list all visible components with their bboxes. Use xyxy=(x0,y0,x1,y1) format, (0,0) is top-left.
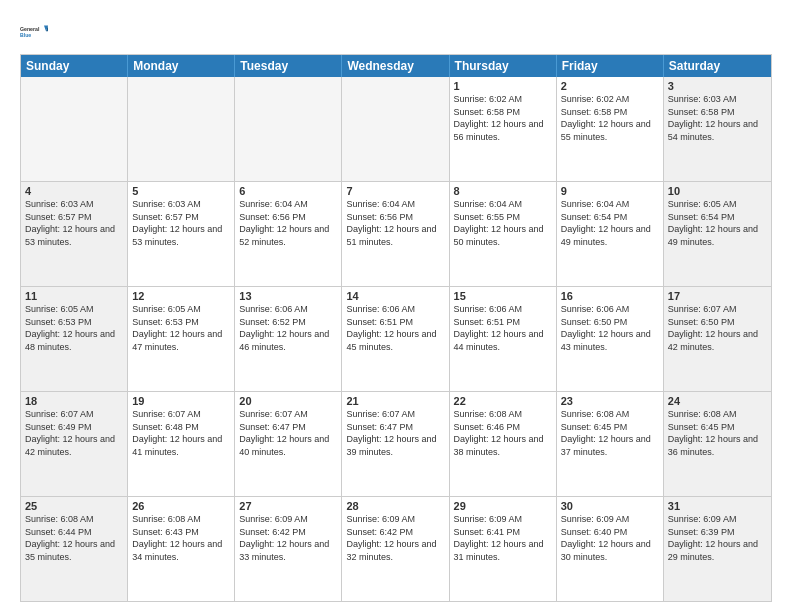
day-number: 16 xyxy=(561,290,659,302)
day-number: 9 xyxy=(561,185,659,197)
day-number: 14 xyxy=(346,290,444,302)
day-cell-11: 11Sunrise: 6:05 AMSunset: 6:53 PMDayligh… xyxy=(21,287,128,391)
day-number: 22 xyxy=(454,395,552,407)
day-number: 24 xyxy=(668,395,767,407)
cell-info: Sunrise: 6:04 AMSunset: 6:56 PMDaylight:… xyxy=(239,198,337,248)
day-number: 26 xyxy=(132,500,230,512)
day-header-tuesday: Tuesday xyxy=(235,55,342,77)
cell-info: Sunrise: 6:06 AMSunset: 6:51 PMDaylight:… xyxy=(454,303,552,353)
cell-info: Sunrise: 6:07 AMSunset: 6:47 PMDaylight:… xyxy=(239,408,337,458)
day-number: 8 xyxy=(454,185,552,197)
cell-info: Sunrise: 6:03 AMSunset: 6:58 PMDaylight:… xyxy=(668,93,767,143)
svg-text:Blue: Blue xyxy=(20,32,31,38)
cell-info: Sunrise: 6:07 AMSunset: 6:50 PMDaylight:… xyxy=(668,303,767,353)
day-cell-18: 18Sunrise: 6:07 AMSunset: 6:49 PMDayligh… xyxy=(21,392,128,496)
calendar: SundayMondayTuesdayWednesdayThursdayFrid… xyxy=(20,54,772,602)
svg-text:General: General xyxy=(20,26,40,32)
day-number: 13 xyxy=(239,290,337,302)
day-number: 20 xyxy=(239,395,337,407)
day-header-monday: Monday xyxy=(128,55,235,77)
calendar-row-1: 4Sunrise: 6:03 AMSunset: 6:57 PMDaylight… xyxy=(21,181,771,286)
cell-info: Sunrise: 6:08 AMSunset: 6:46 PMDaylight:… xyxy=(454,408,552,458)
day-cell-20: 20Sunrise: 6:07 AMSunset: 6:47 PMDayligh… xyxy=(235,392,342,496)
day-number: 7 xyxy=(346,185,444,197)
day-cell-10: 10Sunrise: 6:05 AMSunset: 6:54 PMDayligh… xyxy=(664,182,771,286)
day-cell-19: 19Sunrise: 6:07 AMSunset: 6:48 PMDayligh… xyxy=(128,392,235,496)
calendar-row-4: 25Sunrise: 6:08 AMSunset: 6:44 PMDayligh… xyxy=(21,496,771,601)
cell-info: Sunrise: 6:09 AMSunset: 6:39 PMDaylight:… xyxy=(668,513,767,563)
day-cell-25: 25Sunrise: 6:08 AMSunset: 6:44 PMDayligh… xyxy=(21,497,128,601)
cell-info: Sunrise: 6:05 AMSunset: 6:53 PMDaylight:… xyxy=(132,303,230,353)
calendar-row-2: 11Sunrise: 6:05 AMSunset: 6:53 PMDayligh… xyxy=(21,286,771,391)
day-number: 28 xyxy=(346,500,444,512)
day-header-thursday: Thursday xyxy=(450,55,557,77)
day-cell-30: 30Sunrise: 6:09 AMSunset: 6:40 PMDayligh… xyxy=(557,497,664,601)
day-number: 1 xyxy=(454,80,552,92)
day-cell-5: 5Sunrise: 6:03 AMSunset: 6:57 PMDaylight… xyxy=(128,182,235,286)
day-cell-31: 31Sunrise: 6:09 AMSunset: 6:39 PMDayligh… xyxy=(664,497,771,601)
day-cell-22: 22Sunrise: 6:08 AMSunset: 6:46 PMDayligh… xyxy=(450,392,557,496)
day-cell-29: 29Sunrise: 6:09 AMSunset: 6:41 PMDayligh… xyxy=(450,497,557,601)
cell-info: Sunrise: 6:05 AMSunset: 6:54 PMDaylight:… xyxy=(668,198,767,248)
day-cell-24: 24Sunrise: 6:08 AMSunset: 6:45 PMDayligh… xyxy=(664,392,771,496)
cell-info: Sunrise: 6:08 AMSunset: 6:45 PMDaylight:… xyxy=(561,408,659,458)
day-cell-3: 3Sunrise: 6:03 AMSunset: 6:58 PMDaylight… xyxy=(664,77,771,181)
cell-info: Sunrise: 6:04 AMSunset: 6:55 PMDaylight:… xyxy=(454,198,552,248)
cell-info: Sunrise: 6:03 AMSunset: 6:57 PMDaylight:… xyxy=(25,198,123,248)
cell-info: Sunrise: 6:07 AMSunset: 6:47 PMDaylight:… xyxy=(346,408,444,458)
day-cell-12: 12Sunrise: 6:05 AMSunset: 6:53 PMDayligh… xyxy=(128,287,235,391)
day-cell-16: 16Sunrise: 6:06 AMSunset: 6:50 PMDayligh… xyxy=(557,287,664,391)
cell-info: Sunrise: 6:08 AMSunset: 6:43 PMDaylight:… xyxy=(132,513,230,563)
empty-cell xyxy=(21,77,128,181)
day-cell-21: 21Sunrise: 6:07 AMSunset: 6:47 PMDayligh… xyxy=(342,392,449,496)
logo: General Blue xyxy=(20,18,48,46)
day-header-saturday: Saturday xyxy=(664,55,771,77)
day-number: 2 xyxy=(561,80,659,92)
day-cell-9: 9Sunrise: 6:04 AMSunset: 6:54 PMDaylight… xyxy=(557,182,664,286)
cell-info: Sunrise: 6:02 AMSunset: 6:58 PMDaylight:… xyxy=(454,93,552,143)
day-number: 15 xyxy=(454,290,552,302)
day-cell-4: 4Sunrise: 6:03 AMSunset: 6:57 PMDaylight… xyxy=(21,182,128,286)
cell-info: Sunrise: 6:03 AMSunset: 6:57 PMDaylight:… xyxy=(132,198,230,248)
day-number: 6 xyxy=(239,185,337,197)
logo-icon: General Blue xyxy=(20,18,48,46)
empty-cell xyxy=(342,77,449,181)
day-number: 19 xyxy=(132,395,230,407)
empty-cell xyxy=(128,77,235,181)
day-cell-8: 8Sunrise: 6:04 AMSunset: 6:55 PMDaylight… xyxy=(450,182,557,286)
day-cell-6: 6Sunrise: 6:04 AMSunset: 6:56 PMDaylight… xyxy=(235,182,342,286)
day-cell-2: 2Sunrise: 6:02 AMSunset: 6:58 PMDaylight… xyxy=(557,77,664,181)
page: General Blue SundayMondayTuesdayWednesda… xyxy=(0,0,792,612)
day-number: 30 xyxy=(561,500,659,512)
day-number: 31 xyxy=(668,500,767,512)
day-number: 4 xyxy=(25,185,123,197)
cell-info: Sunrise: 6:05 AMSunset: 6:53 PMDaylight:… xyxy=(25,303,123,353)
day-cell-28: 28Sunrise: 6:09 AMSunset: 6:42 PMDayligh… xyxy=(342,497,449,601)
day-cell-17: 17Sunrise: 6:07 AMSunset: 6:50 PMDayligh… xyxy=(664,287,771,391)
day-header-friday: Friday xyxy=(557,55,664,77)
day-number: 12 xyxy=(132,290,230,302)
cell-info: Sunrise: 6:04 AMSunset: 6:56 PMDaylight:… xyxy=(346,198,444,248)
cell-info: Sunrise: 6:08 AMSunset: 6:44 PMDaylight:… xyxy=(25,513,123,563)
header: General Blue xyxy=(20,18,772,46)
day-number: 3 xyxy=(668,80,767,92)
cell-info: Sunrise: 6:06 AMSunset: 6:52 PMDaylight:… xyxy=(239,303,337,353)
day-cell-7: 7Sunrise: 6:04 AMSunset: 6:56 PMDaylight… xyxy=(342,182,449,286)
day-number: 5 xyxy=(132,185,230,197)
day-header-sunday: Sunday xyxy=(21,55,128,77)
cell-info: Sunrise: 6:08 AMSunset: 6:45 PMDaylight:… xyxy=(668,408,767,458)
cell-info: Sunrise: 6:04 AMSunset: 6:54 PMDaylight:… xyxy=(561,198,659,248)
day-number: 18 xyxy=(25,395,123,407)
day-cell-27: 27Sunrise: 6:09 AMSunset: 6:42 PMDayligh… xyxy=(235,497,342,601)
day-header-wednesday: Wednesday xyxy=(342,55,449,77)
cell-info: Sunrise: 6:06 AMSunset: 6:51 PMDaylight:… xyxy=(346,303,444,353)
cell-info: Sunrise: 6:09 AMSunset: 6:41 PMDaylight:… xyxy=(454,513,552,563)
cell-info: Sunrise: 6:09 AMSunset: 6:42 PMDaylight:… xyxy=(239,513,337,563)
cell-info: Sunrise: 6:09 AMSunset: 6:42 PMDaylight:… xyxy=(346,513,444,563)
day-number: 21 xyxy=(346,395,444,407)
day-cell-26: 26Sunrise: 6:08 AMSunset: 6:43 PMDayligh… xyxy=(128,497,235,601)
cell-info: Sunrise: 6:02 AMSunset: 6:58 PMDaylight:… xyxy=(561,93,659,143)
empty-cell xyxy=(235,77,342,181)
day-cell-13: 13Sunrise: 6:06 AMSunset: 6:52 PMDayligh… xyxy=(235,287,342,391)
day-cell-23: 23Sunrise: 6:08 AMSunset: 6:45 PMDayligh… xyxy=(557,392,664,496)
